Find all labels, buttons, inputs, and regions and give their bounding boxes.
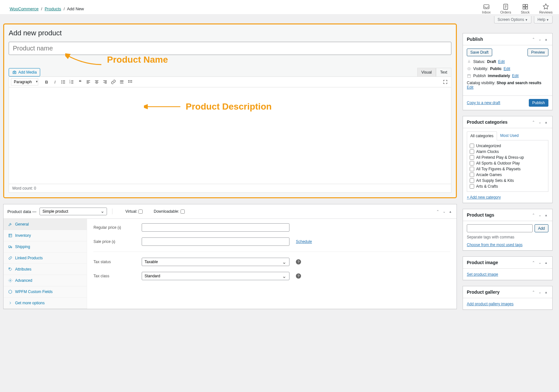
breadcrumb-woocommerce[interactable]: WooCommerce — [10, 6, 39, 11]
regular-price-input[interactable] — [142, 223, 289, 232]
save-draft-button[interactable]: Save Draft — [467, 49, 492, 56]
inventory-icon — [8, 233, 13, 238]
tab-advanced[interactable]: Advanced — [4, 275, 87, 286]
caret-up-icon[interactable]: ▴ — [448, 209, 453, 214]
caret-up-icon[interactable]: ▴ — [544, 213, 548, 217]
choose-tags-link[interactable]: Choose from the most used tags — [467, 243, 548, 247]
cat-tab-all[interactable]: All categories — [467, 131, 497, 140]
help-icon[interactable]: ? — [296, 273, 301, 279]
word-count: Word count: 0 — [9, 184, 451, 192]
add-category-link[interactable]: + Add new category — [467, 195, 548, 200]
page-title: Add new product — [9, 29, 451, 37]
annotation-desc: Product Description — [186, 102, 272, 112]
image-title: Product image — [467, 260, 498, 265]
category-item[interactable]: Art Supply Sets & Kits — [470, 178, 546, 183]
edit-status-link[interactable]: Edit — [498, 59, 505, 64]
svg-point-20 — [9, 247, 10, 248]
tax-status-select[interactable]: Taxable — [142, 258, 289, 266]
category-item[interactable]: All Sports & Outdoor Play — [470, 160, 546, 166]
preview-button[interactable]: Preview — [528, 49, 548, 56]
tab-more[interactable]: Get more options — [4, 298, 87, 309]
tab-linked[interactable]: Linked Products — [4, 253, 87, 264]
chevron-down-icon[interactable]: ⌄ — [537, 290, 542, 294]
tab-shipping[interactable]: Shipping — [4, 241, 87, 253]
add-gallery-link[interactable]: Add product gallery images — [467, 302, 513, 306]
chevron-down-icon[interactable]: ⌄ — [537, 37, 542, 41]
help-icon[interactable]: ? — [296, 259, 301, 264]
chevron-up-icon[interactable]: ⌃ — [531, 260, 536, 265]
caret-up-icon[interactable]: ▴ — [544, 290, 548, 294]
bullet-list-icon[interactable] — [59, 78, 67, 86]
camera-icon — [12, 70, 17, 75]
cat-tab-most[interactable]: Most Used — [497, 131, 522, 140]
chevron-down-icon[interactable]: ⌄ — [537, 260, 542, 265]
chevron-up-icon[interactable]: ⌃ — [531, 290, 536, 294]
inbox-icon[interactable]: Inbox — [482, 3, 491, 14]
help-button[interactable]: Help — [534, 16, 553, 23]
product-name-input[interactable] — [9, 42, 451, 55]
category-item[interactable]: All Pretend Play & Dress-up — [470, 155, 546, 160]
edit-visibility-link[interactable]: Edit — [503, 67, 510, 71]
wrench-icon — [8, 222, 13, 227]
blockquote-icon[interactable]: ❝ — [76, 78, 84, 86]
tab-attributes[interactable]: Attributes — [4, 264, 87, 275]
breadcrumb-products[interactable]: Products — [45, 6, 61, 11]
editor-area[interactable]: Product Description — [9, 87, 451, 184]
align-center-icon[interactable] — [93, 78, 101, 86]
category-item[interactable]: Alarm Clocks — [470, 149, 546, 155]
sale-price-label: Sale price (ᵵ) — [93, 239, 138, 244]
arrow-icon — [144, 100, 182, 113]
tax-class-select[interactable]: Standard — [142, 272, 289, 280]
product-type-select[interactable]: Simple product — [40, 208, 107, 215]
schedule-link[interactable]: Schedule — [296, 239, 312, 244]
tab-text[interactable]: Text — [436, 68, 451, 76]
category-item[interactable]: Arcade Games — [470, 172, 546, 178]
add-media-button[interactable]: Add Media — [9, 68, 40, 76]
set-image-link[interactable]: Set product image — [467, 272, 498, 277]
tag-icon — [8, 267, 13, 272]
chevron-up-icon[interactable]: ⌃ — [435, 209, 440, 214]
chevron-up-icon[interactable]: ⌃ — [531, 213, 536, 217]
fullscreen-icon[interactable] — [441, 78, 449, 86]
screen-options-button[interactable]: Screen Options — [494, 16, 531, 23]
bold-icon[interactable]: B — [43, 78, 50, 86]
tab-inventory[interactable]: Inventory — [4, 230, 87, 241]
tab-visual[interactable]: Visual — [417, 68, 436, 76]
caret-up-icon[interactable]: ▴ — [544, 260, 548, 265]
paragraph-select[interactable]: Paragraph — [11, 78, 38, 85]
category-list[interactable]: UncategorizedAlarm ClocksAll Pretend Pla… — [467, 140, 548, 192]
tab-general[interactable]: General — [4, 219, 87, 230]
edit-catalog-link[interactable]: Edit — [467, 85, 474, 90]
chevron-up-icon[interactable]: ⌃ — [531, 120, 536, 124]
publish-button[interactable]: Publish — [529, 99, 548, 107]
align-left-icon[interactable] — [84, 78, 92, 86]
category-item[interactable]: Arts & Crafts — [470, 183, 546, 189]
align-right-icon[interactable] — [101, 78, 109, 86]
insert-more-icon[interactable] — [118, 78, 126, 86]
chevron-down-icon[interactable]: ⌄ — [442, 209, 446, 214]
svg-rect-14 — [130, 80, 131, 81]
chevron-up-icon[interactable]: ⌃ — [531, 37, 536, 41]
reviews-icon[interactable]: Reviews — [539, 3, 553, 14]
downloadable-checkbox[interactable]: Downloadable: — [152, 209, 184, 214]
orders-icon[interactable]: Orders — [500, 3, 511, 14]
add-tag-button[interactable]: Add — [535, 224, 548, 232]
virtual-checkbox[interactable]: Virtual: — [123, 209, 143, 214]
stock-icon[interactable]: Stock — [521, 3, 530, 14]
link-icon[interactable] — [110, 78, 117, 86]
copy-draft-link[interactable]: Copy to a new draft — [467, 101, 500, 105]
sale-price-input[interactable] — [142, 237, 289, 246]
svg-rect-4 — [523, 7, 525, 9]
numbered-list-icon[interactable]: 123 — [68, 78, 75, 86]
italic-icon[interactable]: I — [51, 78, 59, 86]
caret-up-icon[interactable]: ▴ — [544, 120, 548, 124]
chevron-down-icon[interactable]: ⌄ — [537, 213, 542, 217]
toolbar-toggle-icon[interactable] — [126, 78, 134, 86]
caret-up-icon[interactable]: ▴ — [544, 37, 548, 41]
chevron-down-icon[interactable]: ⌄ — [537, 120, 542, 124]
edit-publish-link[interactable]: Edit — [512, 74, 519, 78]
tab-wpfm[interactable]: WPFM Custom Fields — [4, 286, 87, 298]
tag-input[interactable] — [467, 224, 533, 232]
category-item[interactable]: All Toy Figures & Playsets — [470, 166, 546, 172]
category-item[interactable]: Uncategorized — [470, 143, 546, 149]
